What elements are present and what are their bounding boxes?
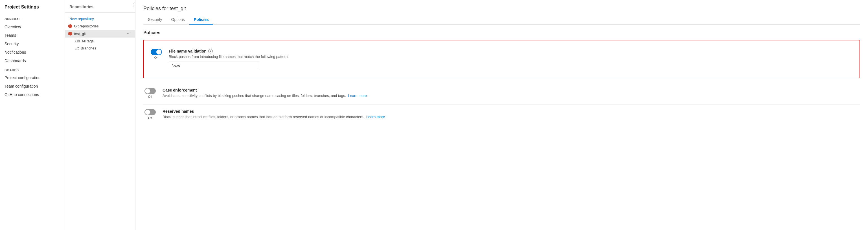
project-settings-title: Project Settings [0,4,65,14]
case-enforcement-desc: Avoid case-sensitivity conflicts by bloc… [162,93,860,98]
case-enforcement-toggle[interactable] [145,88,156,94]
file-name-toggle-label: On [154,56,159,59]
sidebar-item-teams[interactable]: Teams [0,31,65,39]
dashboards-label: Dashboards [4,58,26,63]
file-name-toggle-group: On [150,49,163,59]
reserved-names-toggle-label: Off [148,116,152,119]
sidebar-item-github-connections[interactable]: GitHub connections [0,90,65,99]
tab-bar: Security Options Policies [143,15,860,25]
file-name-title: File name validation i [169,49,854,53]
file-name-info-icon[interactable]: i [208,49,213,53]
page-title: Policies for test_git [143,6,860,11]
new-repository-label: New repository [69,17,94,21]
branch-icon: ⎇ [75,46,79,50]
reserved-names-desc: Block pushes that introduce files, folde… [162,115,860,119]
teams-label: Teams [4,33,16,37]
reserved-names-learn-more[interactable]: Learn more [366,115,385,119]
sidebar-item-security[interactable]: Security [0,39,65,48]
branches-item[interactable]: ⎇ Branches [65,45,135,52]
tab-options[interactable]: Options [167,15,189,25]
file-name-validation-card: On File name validation i Block pushes f… [143,40,860,78]
overview-label: Overview [4,25,21,29]
git-repositories-item[interactable]: Git repositories [65,23,135,30]
tag-icon: ⌫ [75,39,80,43]
sidebar-item-project-configuration[interactable]: Project configuration [0,74,65,82]
reserved-names-row: Off Reserved names Block pushes that int… [143,105,860,126]
reserved-names-title: Reserved names [162,109,860,114]
project-configuration-label: Project configuration [4,76,41,80]
test-git-repo-icon [68,32,72,36]
repo-icon [68,24,72,28]
general-section-label: General [0,14,65,23]
security-label: Security [4,41,19,46]
reserved-names-toggle-group: Off [143,109,157,119]
case-enforcement-toggle-group: Off [143,88,157,98]
file-name-toggle[interactable] [151,49,162,55]
sidebar-item-dashboards[interactable]: Dashboards [0,57,65,65]
all-tags-label: All tags [82,39,94,43]
case-enforcement-title: Case enforcement [162,88,860,92]
file-name-desc: Block pushes from introducing file names… [169,55,854,59]
sidebar-item-notifications[interactable]: Notifications [0,48,65,57]
case-enforcement-toggle-label: Off [148,95,152,98]
case-enforcement-learn-more[interactable]: Learn more [348,93,367,98]
repositories-title: Repositories [65,3,135,12]
all-tags-item[interactable]: ⌫ All tags [65,37,135,45]
team-configuration-label: Team configuration [4,84,38,88]
tab-security[interactable]: Security [143,15,167,25]
notifications-label: Notifications [4,50,26,55]
tab-policies[interactable]: Policies [189,15,213,25]
new-repository-button[interactable]: New repository [65,15,135,23]
main-content: Policies for test_git Security Options P… [135,0,868,230]
policies-section-title: Policies [143,30,860,35]
left-sidebar: Project Settings General Overview Teams … [0,0,65,230]
branches-label: Branches [81,46,96,50]
toggle-knob-case [145,88,150,93]
case-enforcement-row: Off Case enforcement Avoid case-sensitiv… [143,84,860,105]
reserved-names-toggle[interactable] [145,109,156,115]
case-enforcement-info: Case enforcement Avoid case-sensitivity … [162,88,860,100]
github-connections-label: GitHub connections [4,92,39,97]
toggle-knob [156,50,161,55]
boards-section-label: Boards [0,65,65,74]
test-git-repo-item[interactable]: test_git ··· [65,30,135,37]
git-repositories-label: Git repositories [74,24,98,28]
test-git-label: test_git [74,32,86,36]
file-name-info: File name validation i Block pushes from… [169,49,854,69]
more-options-button[interactable]: ··· [126,31,132,36]
sidebar-item-overview[interactable]: Overview [0,23,65,31]
reserved-names-info: Reserved names Block pushes that introdu… [162,109,860,122]
file-name-validation-row: On File name validation i Block pushes f… [150,45,854,73]
toggle-knob-reserved [145,110,150,115]
file-name-pattern-input[interactable] [169,62,259,69]
sidebar-item-team-configuration[interactable]: Team configuration [0,82,65,90]
middle-panel: ‹ Repositories New repository Git reposi… [65,0,135,230]
